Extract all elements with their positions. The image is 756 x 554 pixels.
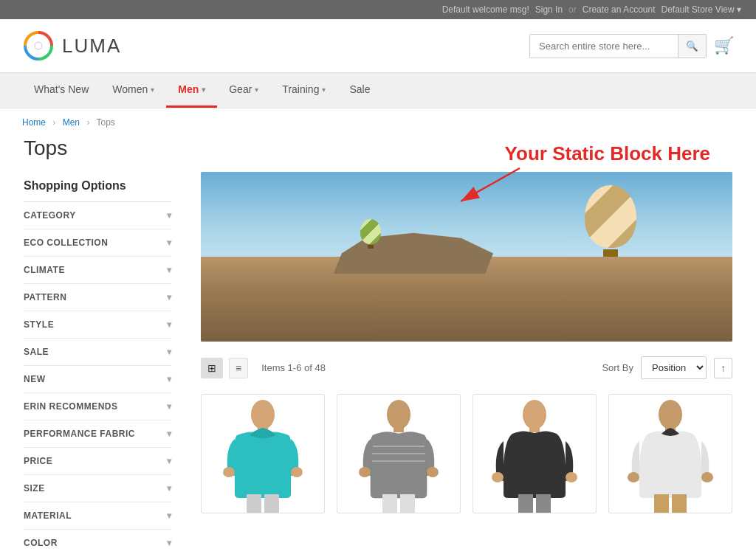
product-figure-4 [626,398,715,513]
nav-item-training[interactable]: Training ▾ [270,73,337,108]
store-view-chevron: ▾ [737,4,741,15]
signin-link[interactable]: Sign In [535,4,563,15]
filter-erin-chevron: ▾ [167,401,172,412]
women-chevron-icon: ▾ [151,86,154,94]
filter-eco-collection[interactable]: ECO COLLECTION ▾ [24,229,171,257]
filter-size[interactable]: SIZE ▾ [24,475,171,502]
balloon-basket-small [368,245,374,249]
nav-item-whats-new[interactable]: What's New [22,73,100,108]
product-figure-3 [490,398,579,513]
gear-chevron-icon: ▾ [255,86,258,94]
search-box[interactable]: 🔍 [529,34,707,58]
filter-new[interactable]: NEW ▾ [24,366,171,393]
main-area: Your Static Block Here [201,172,732,554]
page-wrapper: Tops Shopping Options CATEGORY ▾ ECO COL… [9,136,747,554]
navigation-bar: What's New Women ▾ Men ▾ Gear ▾ Training… [0,73,756,108]
product-figure-1 [219,398,307,513]
product-image [609,395,732,513]
cart-button[interactable]: 🛒 [714,36,734,55]
nav-item-gear[interactable]: Gear ▾ [217,73,270,108]
filter-color-chevron: ▾ [167,538,172,548]
logo-text: LUMA [62,35,121,58]
svg-point-25 [701,472,713,482]
svg-point-12 [359,467,371,477]
filter-eco-chevron: ▾ [167,238,172,248]
filter-new-chevron: ▾ [167,374,172,384]
product-card[interactable] [472,394,597,513]
product-image [202,395,324,513]
product-card[interactable] [608,394,732,513]
filter-style-chevron: ▾ [167,319,172,330]
filter-size-chevron: ▾ [167,483,172,494]
toolbar-left: ⊞ ≡ Items 1-6 of 48 [201,358,326,378]
product-image [473,395,596,513]
filter-category[interactable]: CATEGORY ▾ [24,202,171,229]
filter-pattern-chevron: ▾ [167,292,172,302]
filter-material[interactable]: MATERIAL ▾ [24,502,171,530]
sort-select[interactable]: Position [641,356,707,379]
banner-container: Your Static Block Here [201,172,732,342]
filter-sale[interactable]: SALE ▾ [24,339,171,366]
filter-pattern[interactable]: PATTERN ▾ [24,284,171,311]
store-view-link[interactable]: Default Store View ▾ [661,4,741,15]
breadcrumb-home[interactable]: Home [22,117,46,128]
svg-point-22 [659,400,682,429]
nav-item-men[interactable]: Men ▾ [166,73,217,108]
balloon-large [585,185,636,257]
svg-point-4 [251,400,275,429]
filter-erin-recommends[interactable]: ERIN RECOMMENDS ▾ [24,393,171,420]
header: LUMA 🔍 🛒 [0,19,756,73]
svg-point-13 [427,467,439,477]
welcome-message: Default welcome msg! [442,4,529,15]
product-image [337,395,460,513]
product-grid [201,394,732,513]
breadcrumb-men[interactable]: Men [63,117,80,128]
header-right: 🔍 🛒 [529,34,734,58]
svg-rect-15 [400,494,415,513]
product-card[interactable] [337,394,461,513]
svg-rect-8 [247,494,261,513]
filter-climate[interactable]: CLIMATE ▾ [24,257,171,284]
list-view-button[interactable]: ≡ [229,358,248,378]
search-button[interactable]: 🔍 [678,35,706,58]
svg-point-19 [566,472,577,482]
toolbar-right: Sort By Position ↑ [602,356,732,379]
search-input[interactable] [530,35,678,58]
breadcrumb-sep-2: › [86,117,89,128]
filter-climate-chevron: ▾ [167,265,172,275]
product-card[interactable] [201,394,325,513]
breadcrumb: Home › Men › Tops [0,108,756,136]
svg-rect-20 [518,494,533,513]
men-chevron-icon: ▾ [202,86,205,94]
nav-item-sale[interactable]: Sale [337,73,382,108]
filter-style[interactable]: STYLE ▾ [24,311,171,339]
filter-material-chevron: ▾ [167,510,172,521]
filter-performance-fabric[interactable]: PERFORMANCE FABRIC ▾ [24,420,171,448]
filter-price-chevron: ▾ [167,456,172,466]
svg-rect-17 [529,426,540,432]
balloon-basket-large [603,249,618,257]
luma-logo-icon [22,30,55,62]
svg-point-24 [628,472,639,482]
content-row: Shopping Options CATEGORY ▾ ECO COLLECTI… [24,172,732,554]
svg-rect-14 [382,494,397,513]
logo-area[interactable]: LUMA [22,30,121,62]
svg-rect-21 [536,494,551,513]
product-figure-2 [354,398,443,513]
toolbar: ⊞ ≡ Items 1-6 of 48 Sort By Position ↑ [201,356,732,379]
training-chevron-icon: ▾ [322,86,326,94]
balloon-body-large [585,185,636,248]
create-account-link[interactable]: Create an Account [583,4,656,15]
grid-view-button[interactable]: ⊞ [201,358,223,378]
filter-price[interactable]: PRICE ▾ [24,448,171,475]
nav-item-women[interactable]: Women ▾ [100,73,166,108]
sort-direction-button[interactable]: ↑ [714,358,732,378]
shopping-options-title: Shopping Options [24,172,171,202]
filter-color[interactable]: COLOR ▾ [24,530,171,554]
items-count: Items 1-6 of 48 [261,362,326,373]
svg-point-6 [223,467,235,477]
sort-label: Sort By [602,362,633,373]
filter-perf-chevron: ▾ [167,429,172,439]
page-title: Tops [24,136,732,160]
svg-rect-27 [672,494,687,513]
